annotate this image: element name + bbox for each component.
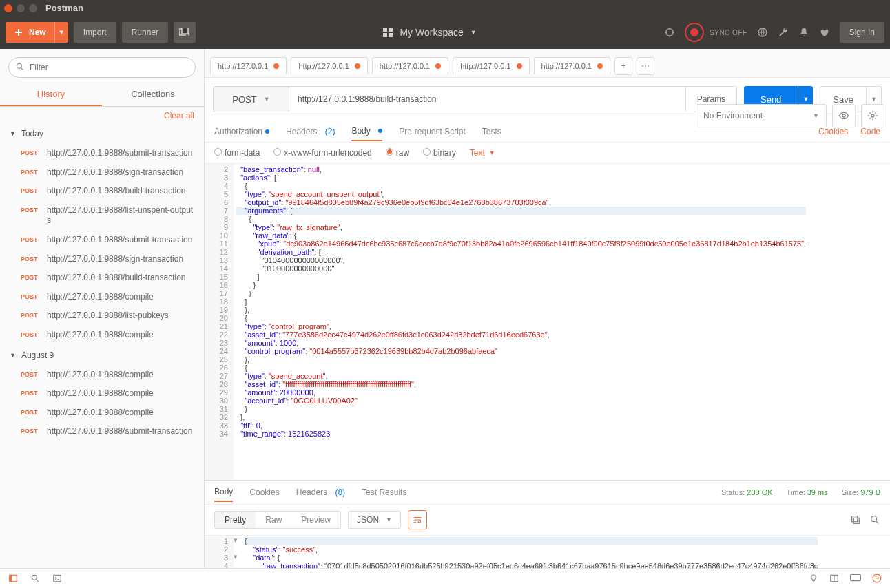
resp-view-mode: Pretty Raw Preview bbox=[214, 511, 341, 529]
svg-point-13 bbox=[871, 114, 874, 117]
history-item[interactable]: POSThttp://127.0.0.1:9888/build-transact… bbox=[0, 269, 204, 288]
sync-indicator[interactable]: SYNC OFF bbox=[685, 23, 747, 42]
request-tab[interactable]: http://127.0.0.1 bbox=[534, 57, 610, 74]
pill-raw[interactable]: Raw bbox=[256, 512, 291, 528]
history-item[interactable]: POSThttp://127.0.0.1:9888/list-unspent-o… bbox=[0, 201, 204, 231]
resp-tab-headers[interactable]: Headers (8) bbox=[296, 483, 345, 501]
twopane-icon[interactable] bbox=[829, 574, 839, 583]
close-window-button[interactable] bbox=[4, 4, 12, 12]
maximize-window-button[interactable] bbox=[29, 4, 37, 12]
runner-button[interactable]: Runner bbox=[122, 22, 168, 43]
url-input[interactable] bbox=[289, 86, 686, 112]
tab-collections[interactable]: Collections bbox=[102, 83, 204, 106]
svg-rect-6 bbox=[389, 28, 393, 32]
cookies-link[interactable]: Cookies bbox=[818, 127, 848, 136]
bulb-icon[interactable] bbox=[809, 574, 818, 583]
history-item[interactable]: POSThttp://127.0.0.1:9888/build-transact… bbox=[0, 182, 204, 201]
subtab-body[interactable]: Body bbox=[351, 122, 382, 141]
history-item[interactable]: POSThttp://127.0.0.1:9888/compile bbox=[0, 326, 204, 345]
subtab-tests[interactable]: Tests bbox=[482, 123, 501, 140]
history-item[interactable]: POSThttp://127.0.0.1:9888/compile bbox=[0, 403, 204, 423]
bell-icon[interactable] bbox=[798, 27, 809, 38]
request-pane: http://127.0.0.1http://127.0.0.1http://1… bbox=[205, 49, 890, 568]
body-editor[interactable]: 2345678910111213141516171819202122232425… bbox=[205, 163, 890, 480]
body-type-dropdown[interactable]: Text▼ bbox=[470, 148, 495, 158]
env-quicklook-button[interactable] bbox=[832, 104, 856, 127]
subtab-prereq[interactable]: Pre-request Script bbox=[399, 123, 466, 140]
tab-history[interactable]: History bbox=[0, 83, 102, 106]
help-icon[interactable] bbox=[872, 574, 882, 583]
history-item[interactable]: POSThttp://127.0.0.1:9888/sign-transacti… bbox=[0, 163, 204, 182]
svg-rect-5 bbox=[383, 28, 387, 32]
svg-rect-18 bbox=[10, 575, 12, 581]
add-tab-button[interactable]: + bbox=[614, 57, 632, 75]
find-icon[interactable] bbox=[30, 574, 40, 583]
search-resp-icon[interactable] bbox=[869, 514, 880, 525]
pill-preview[interactable]: Preview bbox=[291, 512, 340, 528]
resp-type-dropdown[interactable]: JSON▼ bbox=[348, 511, 401, 529]
history-item[interactable]: POSThttp://127.0.0.1:9888/submit-transac… bbox=[0, 422, 204, 441]
time-label: Time: 39 ms bbox=[787, 488, 828, 496]
minimize-window-button[interactable] bbox=[17, 4, 25, 12]
svg-rect-1 bbox=[15, 32, 22, 33]
code-link[interactable]: Code bbox=[860, 127, 880, 136]
history-item[interactable]: POSThttp://127.0.0.1:9888/submit-transac… bbox=[0, 144, 204, 163]
request-tab[interactable]: http://127.0.0.1 bbox=[210, 57, 287, 74]
clear-all-link[interactable]: Clear all bbox=[164, 111, 194, 120]
radio-binary[interactable]: binary bbox=[423, 148, 456, 158]
radio-xwww[interactable]: x-www-form-urlencoded bbox=[273, 148, 371, 158]
heart-icon[interactable] bbox=[819, 27, 830, 38]
svg-rect-20 bbox=[54, 575, 61, 581]
history-item[interactable]: POSThttp://127.0.0.1:9888/compile bbox=[0, 288, 204, 307]
browse-icon[interactable] bbox=[757, 27, 768, 38]
history-item[interactable]: POSThttp://127.0.0.1:9888/compile bbox=[0, 366, 204, 385]
window-titlebar: Postman bbox=[0, 0, 890, 16]
wrench-icon[interactable] bbox=[778, 27, 789, 38]
svg-rect-8 bbox=[389, 33, 393, 37]
sidebar-toggle-icon[interactable] bbox=[8, 574, 18, 583]
subtab-headers[interactable]: Headers (2) bbox=[286, 123, 335, 140]
filter-input[interactable] bbox=[8, 57, 196, 78]
request-tab[interactable]: http://127.0.0.1 bbox=[291, 57, 367, 74]
pill-pretty[interactable]: Pretty bbox=[215, 512, 256, 528]
signin-button[interactable]: Sign In bbox=[840, 22, 884, 43]
workspace-selector[interactable]: My Workspace ▼ bbox=[383, 27, 476, 38]
svg-point-9 bbox=[666, 29, 674, 36]
svg-rect-14 bbox=[853, 518, 859, 523]
svg-rect-7 bbox=[383, 33, 387, 37]
response-body[interactable]: 1234 ▾ ▾ { "status": "success", "data": … bbox=[205, 535, 890, 568]
keyboard-icon[interactable] bbox=[850, 574, 861, 582]
subtab-auth[interactable]: Authorization bbox=[214, 123, 269, 140]
env-settings-button[interactable] bbox=[861, 104, 884, 127]
tab-options-button[interactable]: ⋯ bbox=[637, 57, 654, 75]
size-label: Size: 979 B bbox=[842, 488, 880, 496]
radio-formdata[interactable]: form-data bbox=[214, 148, 260, 158]
request-tabs: http://127.0.0.1http://127.0.0.1http://1… bbox=[205, 49, 890, 78]
resp-tab-body[interactable]: Body bbox=[214, 483, 233, 502]
history-date-header[interactable]: ▼ Today bbox=[0, 123, 204, 144]
history-date-header[interactable]: ▼ August 9 bbox=[0, 345, 204, 366]
method-selector[interactable]: POST▼ bbox=[213, 86, 289, 112]
request-tab[interactable]: http://127.0.0.1 bbox=[372, 57, 448, 74]
history-item[interactable]: POSThttp://127.0.0.1:9888/submit-transac… bbox=[0, 231, 204, 250]
history-item[interactable]: POSThttp://127.0.0.1:9888/compile bbox=[0, 384, 204, 403]
svg-point-12 bbox=[842, 114, 845, 117]
resp-tab-tests[interactable]: Test Results bbox=[362, 483, 406, 501]
request-tab[interactable]: http://127.0.0.1 bbox=[453, 57, 529, 74]
new-window-button[interactable]: + bbox=[174, 22, 196, 43]
resp-tab-cookies[interactable]: Cookies bbox=[249, 483, 279, 501]
radio-raw[interactable]: raw bbox=[386, 148, 409, 158]
new-dropdown[interactable]: ▼ bbox=[54, 22, 68, 43]
copy-icon[interactable] bbox=[850, 514, 861, 525]
svg-text:+: + bbox=[187, 31, 190, 37]
wrap-lines-button[interactable] bbox=[408, 510, 427, 529]
new-button[interactable]: New bbox=[6, 22, 54, 43]
import-button[interactable]: Import bbox=[74, 22, 116, 43]
console-icon[interactable] bbox=[52, 574, 62, 583]
svg-point-11 bbox=[17, 63, 21, 68]
history-item[interactable]: POSThttp://127.0.0.1:9888/sign-transacti… bbox=[0, 250, 204, 269]
history-item[interactable]: POSThttp://127.0.0.1:9888/list-pubkeys bbox=[0, 306, 204, 326]
svg-point-19 bbox=[32, 575, 37, 580]
capture-icon[interactable] bbox=[664, 27, 675, 38]
environment-selector[interactable]: No Environment ▼ bbox=[696, 104, 827, 127]
